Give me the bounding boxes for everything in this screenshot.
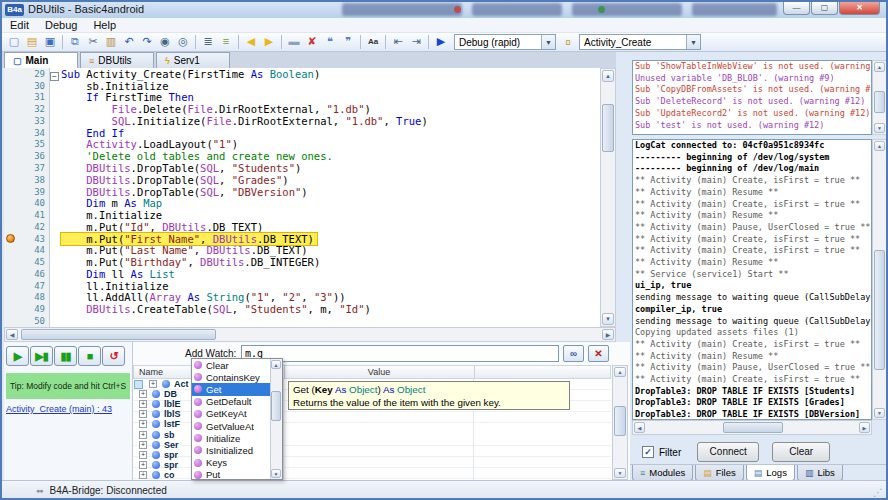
scroll-up-icon[interactable]: ▲ bbox=[271, 360, 281, 369]
code-line[interactable]: 43 m.Put("First Name", DBUtils.DB_TEXT) bbox=[4, 233, 600, 245]
breakpoint-gutter[interactable] bbox=[4, 233, 18, 245]
breakpoint-gutter[interactable] bbox=[4, 115, 18, 127]
editor-horizontal-scrollbar[interactable]: ◀ ▶ bbox=[4, 327, 616, 342]
expand-icon[interactable]: + bbox=[139, 471, 147, 479]
tab-libs[interactable]: ▥Libs bbox=[797, 465, 843, 481]
run-resume-button[interactable]: ▶ bbox=[6, 346, 29, 366]
title-bar[interactable]: B4a DBUtils - Basic4android —▢✕ bbox=[2, 2, 886, 18]
scrollbar-thumb[interactable] bbox=[614, 406, 626, 436]
breakpoint-gutter[interactable] bbox=[4, 139, 18, 151]
indent-icon[interactable]: ⇥ bbox=[408, 34, 424, 50]
breakpoint-gutter[interactable] bbox=[4, 280, 18, 292]
column-header-value[interactable]: Value bbox=[284, 367, 474, 377]
breakpoint-gutter[interactable] bbox=[4, 174, 18, 186]
code-line[interactable]: 32 File.Delete(File.DirRootExternal, "1.… bbox=[4, 103, 600, 115]
scroll-up-icon[interactable]: ▲ bbox=[602, 70, 614, 82]
watch-scrollbar[interactable]: ▲ ▼ bbox=[612, 365, 628, 480]
stop-button[interactable]: ■ bbox=[78, 346, 101, 366]
autocomplete-item[interactable]: Initialize bbox=[192, 432, 282, 444]
autocomplete-item[interactable]: GetKeyAt bbox=[192, 408, 282, 420]
code-line[interactable]: 46 Dim ll As List bbox=[4, 268, 600, 280]
outline-icon[interactable]: ≣ bbox=[200, 34, 216, 50]
breakpoint-gutter[interactable] bbox=[4, 209, 18, 221]
add-watch-input[interactable] bbox=[241, 345, 559, 362]
build-config-select[interactable]: Debug (rapid)▼ bbox=[454, 34, 556, 50]
new-file-icon[interactable]: ▢ bbox=[6, 34, 22, 50]
watch-tree-item[interactable]: +Act bbox=[133, 379, 189, 389]
code-line[interactable]: 40 Dim m As Map bbox=[4, 197, 600, 209]
code-line[interactable]: 44 m.Put("Last Name", DBUtils.DB_TEXT) bbox=[4, 244, 600, 256]
pause-button[interactable]: ▮▮ bbox=[54, 346, 77, 366]
code-line[interactable]: 33 SQL.Initialize(File.DirRootExternal, … bbox=[4, 115, 600, 127]
scroll-down-icon[interactable]: ▼ bbox=[874, 408, 885, 418]
scrollbar-thumb[interactable] bbox=[874, 250, 885, 370]
autocomplete-item[interactable]: Get bbox=[192, 383, 282, 395]
logcat-scrollbar[interactable]: ▲ ▼ bbox=[872, 139, 887, 420]
tab-files[interactable]: ▤Files bbox=[695, 465, 744, 481]
watch-tree-item[interactable]: +lblE bbox=[133, 399, 181, 409]
save-icon[interactable]: ▣ bbox=[42, 34, 58, 50]
code-line[interactable]: 49 DBUtils.CreateTable(SQL, "Students", … bbox=[4, 303, 600, 315]
breakpoint-gutter[interactable] bbox=[4, 68, 18, 80]
expand-icon[interactable]: + bbox=[139, 420, 147, 428]
scroll-up-icon[interactable]: ▲ bbox=[874, 62, 885, 72]
glasses-icon[interactable]: ∞ bbox=[563, 345, 584, 362]
watch-tree-item[interactable]: +lstF bbox=[133, 419, 180, 429]
target-sub-select[interactable]: Activity_Create▼ bbox=[579, 34, 701, 50]
expand-icon[interactable]: + bbox=[139, 410, 147, 418]
code-line[interactable]: 50 bbox=[4, 315, 600, 327]
menu-edit[interactable]: Edit bbox=[2, 18, 37, 32]
current-position-link[interactable]: Activity_Create (main) : 43 bbox=[6, 404, 112, 414]
paste-icon[interactable]: ▥ bbox=[103, 34, 119, 50]
watch-tree-item[interactable]: +lblS bbox=[133, 409, 181, 419]
breakpoint-gutter[interactable] bbox=[4, 92, 18, 104]
expand-icon[interactable]: + bbox=[139, 431, 147, 439]
scrollbar-thumb[interactable] bbox=[723, 422, 783, 433]
clear-button[interactable]: Clear bbox=[772, 442, 830, 462]
comment-icon[interactable]: ❝ bbox=[322, 34, 338, 50]
autocomplete-scrollbar[interactable]: ▲ ▼ bbox=[270, 359, 282, 479]
outdent-icon[interactable]: ⇤ bbox=[390, 34, 406, 50]
expand-icon[interactable]: + bbox=[139, 400, 147, 408]
logcat-output[interactable]: LogCat connected to: 04cf0a951c8934fc---… bbox=[632, 139, 872, 420]
run-icon[interactable]: ▶ bbox=[433, 34, 449, 50]
breakpoint-gutter[interactable] bbox=[4, 292, 18, 304]
scroll-up-icon[interactable]: ▲ bbox=[614, 367, 626, 377]
redo-icon[interactable]: ↷ bbox=[139, 34, 155, 50]
uncomment-icon[interactable]: ❞ bbox=[340, 34, 356, 50]
code-line[interactable]: 31 If FirstTime Then bbox=[4, 92, 600, 104]
code-line[interactable]: 48 ll.AddAll(Array As String("1", "2", "… bbox=[4, 292, 600, 304]
code-line[interactable]: 37 DBUtils.DropTable(SQL, "Students") bbox=[4, 162, 600, 174]
find-replace-icon[interactable]: ◎ bbox=[175, 34, 191, 50]
chevron-down-icon[interactable]: ▼ bbox=[541, 35, 555, 49]
open-folder-icon[interactable]: ▤ bbox=[24, 34, 40, 50]
autocomplete-item[interactable]: ContainsKey bbox=[192, 371, 282, 383]
scroll-down-icon[interactable]: ▼ bbox=[874, 123, 885, 133]
step-button[interactable]: ▶▮ bbox=[30, 346, 53, 366]
breakpoint-gutter[interactable] bbox=[4, 268, 18, 280]
code-line[interactable]: 36 'Delete old tables and create new one… bbox=[4, 150, 600, 162]
clear-breakpoints-icon[interactable]: ✘ bbox=[304, 34, 320, 50]
watch-tree-item[interactable]: +DB bbox=[133, 389, 177, 399]
tab-logs[interactable]: ▤Logs bbox=[746, 465, 795, 481]
code-line[interactable]: 45 m.Put("Birthday", DBUtils.DB_INTEGER) bbox=[4, 256, 600, 268]
restart-button[interactable]: ↺ bbox=[102, 346, 125, 366]
autocomplete-item[interactable]: GetDefault bbox=[192, 396, 282, 408]
connect-button[interactable]: Connect bbox=[697, 442, 759, 462]
logcat-horizontal-scrollbar[interactable]: ◀ ▶ bbox=[632, 420, 872, 435]
code-line[interactable]: 47 ll.Initialize bbox=[4, 280, 600, 292]
code-editor[interactable]: 29−Sub Activity_Create(FirstTime As Bool… bbox=[4, 68, 600, 327]
warnings-list[interactable]: Sub 'ShowTableInWebView' is not used. (w… bbox=[632, 60, 872, 135]
autocomplete-item[interactable]: Keys bbox=[192, 457, 282, 469]
minimize-button[interactable]: — bbox=[783, 2, 810, 15]
sort-members-icon[interactable]: ≡ bbox=[218, 34, 234, 50]
autocomplete-item[interactable]: Clear bbox=[192, 359, 282, 371]
chevron-down-icon[interactable]: ▼ bbox=[686, 35, 700, 49]
tab-main[interactable]: ▢Main bbox=[4, 52, 78, 68]
scroll-right-icon[interactable]: ▶ bbox=[859, 422, 870, 433]
code-line[interactable]: 29−Sub Activity_Create(FirstTime As Bool… bbox=[4, 68, 600, 80]
menu-help[interactable]: Help bbox=[85, 18, 124, 32]
filter-checkbox[interactable]: ✓ bbox=[642, 446, 654, 458]
scroll-right-icon[interactable]: ▶ bbox=[602, 329, 614, 340]
scrollbar-thumb[interactable] bbox=[21, 329, 216, 340]
